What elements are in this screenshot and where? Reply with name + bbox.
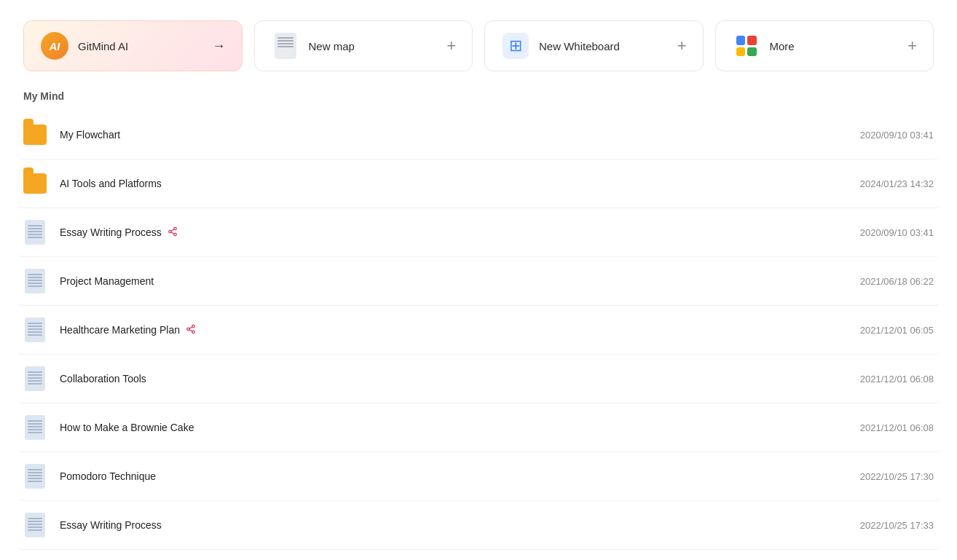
folder-icon-yellow — [23, 173, 47, 194]
more-grid-icon — [736, 36, 757, 56]
item-name: Project Management — [60, 275, 860, 287]
share-icon — [168, 226, 178, 239]
svg-line-9 — [189, 326, 192, 328]
doc-icon-small — [25, 220, 45, 245]
more-icon-wrapper — [732, 31, 761, 60]
doc-icon-small — [25, 513, 45, 537]
new-whiteboard-card[interactable]: ⊞ New Whiteboard + — [484, 20, 704, 71]
list-item[interactable]: My Flowchart2020/09/10 03:41 — [17, 111, 940, 159]
item-name: Healthcare Marketing Plan — [60, 324, 860, 336]
folder-icon-yellow — [23, 125, 47, 145]
gitmind-ai-label: GitMind AI — [78, 40, 204, 52]
item-date: 2022/10/25 17:30 — [860, 471, 934, 482]
list-item[interactable]: Collaboration Tools2021/12/01 06:08 — [17, 355, 940, 403]
more-square-green — [747, 47, 757, 57]
more-card[interactable]: More + — [715, 20, 934, 71]
new-map-label: New map — [309, 40, 438, 52]
new-map-plus-icon: + — [446, 36, 456, 55]
new-map-icon — [271, 31, 300, 60]
list-item[interactable]: AI Tools and Platforms2024/01/23 14:32 — [17, 159, 940, 208]
doc-icon — [23, 414, 47, 441]
list-item[interactable]: Healthcare Marketing Plan2021/12/01 06:0… — [17, 306, 940, 355]
ai-icon: AI — [40, 31, 69, 60]
item-name: Essay Writing Process — [60, 519, 860, 531]
item-date: 2024/01/23 14:32 — [860, 178, 934, 189]
doc-icon — [23, 218, 47, 246]
item-name: Collaboration Tools — [60, 373, 860, 384]
doc-icon — [23, 316, 47, 344]
svg-line-4 — [171, 229, 174, 230]
doc-icon — [23, 267, 47, 295]
item-date: 2020/09/10 03:41 — [860, 130, 934, 141]
item-date: 2021/12/01 06:05 — [860, 325, 934, 336]
list-item[interactable]: How to Make a Brownie Cake2021/12/01 06:… — [17, 403, 940, 452]
gitmind-ai-card[interactable]: AI GitMind AI → — [23, 20, 243, 71]
doc-icon-small — [25, 269, 45, 293]
item-list: My Flowchart2020/09/10 03:41AI Tools and… — [0, 111, 957, 560]
more-square-red — [747, 36, 757, 45]
list-item[interactable]: Essay Writing Process2020/09/10 03:41 — [17, 208, 940, 257]
doc-icon — [23, 365, 47, 393]
list-item[interactable]: Pomodoro Technique2022/10/25 17:30 — [17, 452, 940, 501]
doc-icon — [23, 462, 47, 490]
share-icon — [186, 324, 196, 336]
gitmind-arrow-icon: → — [213, 39, 226, 54]
list-item[interactable]: Project Management2021/06/18 06:22 — [17, 257, 940, 306]
item-date: 2022/10/25 17:33 — [860, 520, 934, 531]
item-date: 2021/12/01 06:08 — [860, 374, 934, 384]
whiteboard-icon-wrapper: ⊞ — [501, 31, 530, 60]
list-item[interactable]: Elements of a Story2022/10/25 17:34 — [17, 550, 940, 560]
item-name: AI Tools and Platforms — [60, 178, 860, 189]
folder-icon — [23, 121, 47, 149]
more-label: More — [770, 40, 899, 52]
whiteboard-icon: ⊞ — [503, 33, 529, 59]
item-date: 2021/12/01 06:08 — [860, 422, 934, 433]
new-whiteboard-plus-icon: + — [677, 36, 687, 55]
svg-line-8 — [189, 329, 192, 331]
new-map-card[interactable]: New map + — [254, 20, 473, 71]
doc-icon-small — [25, 366, 45, 391]
item-name: Pomodoro Technique — [60, 470, 860, 482]
item-name: My Flowchart — [60, 129, 860, 141]
section-title: My Mind — [0, 86, 957, 111]
doc-icon-small — [25, 464, 45, 489]
item-date: 2020/09/10 03:41 — [860, 227, 934, 238]
more-plus-icon: + — [907, 36, 917, 55]
folder-icon — [23, 170, 47, 197]
item-date: 2021/06/18 06:22 — [860, 276, 934, 287]
doc-icon — [275, 33, 296, 59]
new-whiteboard-label: New Whiteboard — [539, 40, 669, 52]
ai-icon-circle: AI — [41, 32, 68, 60]
doc-icon-small — [25, 318, 45, 342]
list-item[interactable]: Essay Writing Process2022/10/25 17:33 — [17, 501, 940, 550]
item-name: How to Make a Brownie Cake — [60, 422, 860, 433]
doc-icon-small — [25, 415, 45, 440]
more-square-blue — [736, 36, 746, 45]
whiteboard-icon-symbol: ⊞ — [509, 36, 522, 55]
svg-line-3 — [171, 232, 174, 233]
item-name: Essay Writing Process — [60, 226, 860, 239]
doc-icon — [23, 511, 47, 539]
more-square-yellow — [736, 47, 746, 57]
top-bar: AI GitMind AI → New map + ⊞ New Whiteboa… — [0, 0, 957, 86]
